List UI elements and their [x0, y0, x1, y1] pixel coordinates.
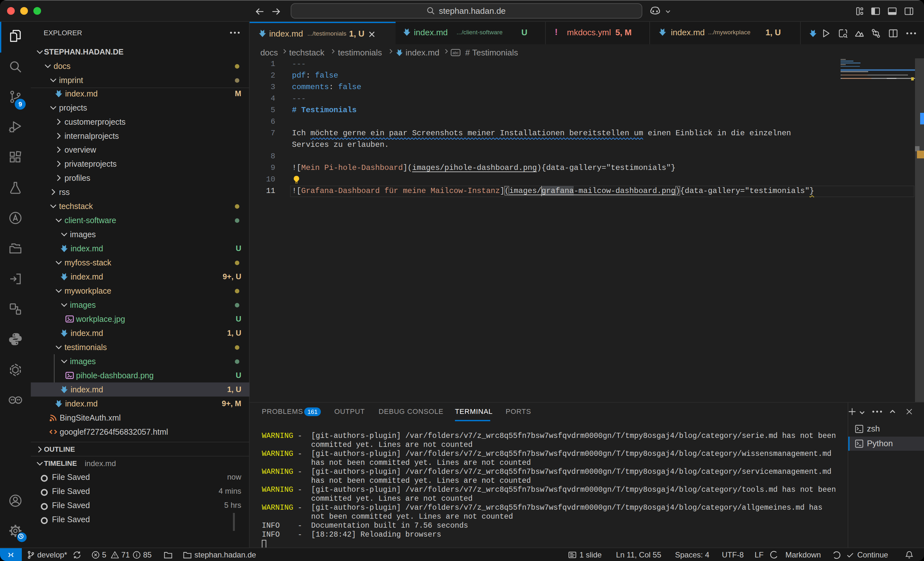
- svg-text:abc: abc: [452, 51, 459, 55]
